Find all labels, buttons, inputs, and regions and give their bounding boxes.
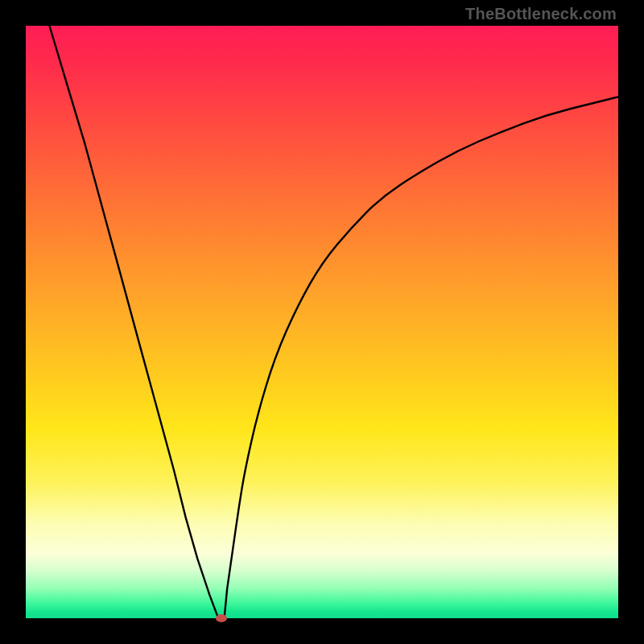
optimum-marker bbox=[216, 614, 227, 622]
curve-path bbox=[49, 26, 618, 618]
bottleneck-curve bbox=[26, 26, 618, 618]
watermark-text: TheBottleneck.com bbox=[465, 5, 617, 23]
chart-frame: TheBottleneck.com bbox=[0, 0, 644, 644]
plot-area bbox=[26, 26, 618, 618]
